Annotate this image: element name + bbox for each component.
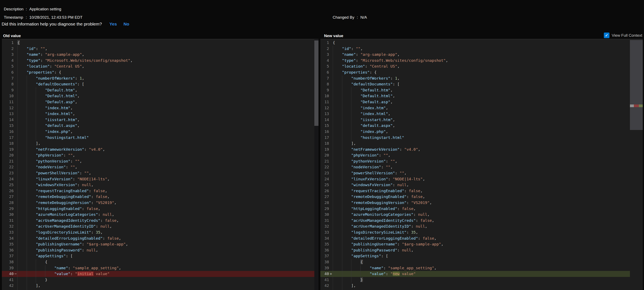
code-content[interactable]: } — [333, 277, 643, 283]
line-number: 35 — [320, 241, 329, 247]
old-editor-scrollbar[interactable] — [314, 39, 318, 290]
code-content[interactable]: "hostingstart.html" — [333, 135, 643, 141]
code-content[interactable]: "phpVersion": "", — [18, 152, 318, 158]
code-token: false — [422, 236, 434, 240]
code-content[interactable]: ], — [333, 140, 643, 147]
feedback-no-link[interactable]: No — [124, 22, 129, 27]
line-number: 18 — [320, 140, 329, 147]
code-content[interactable]: "hostingstart.html" — [18, 135, 318, 141]
code-content[interactable]: "default.aspx", — [18, 123, 318, 129]
code-content[interactable]: "defaultDocuments": [ — [333, 81, 643, 87]
code-content[interactable]: "powerShellVersion": "", — [333, 170, 643, 176]
code-content[interactable]: "id": "", — [333, 46, 643, 52]
code-content[interactable]: "metadata": [ — [18, 289, 318, 290]
code-content[interactable]: "Default.asp", — [18, 99, 318, 105]
code-content[interactable]: "publishingUsername": "$arg-sample-app", — [18, 241, 318, 247]
code-content[interactable]: "value": "initial value" — [18, 271, 318, 277]
code-content[interactable]: "publishingPassword": null, — [18, 247, 318, 253]
code-content[interactable]: "windowsFxVersion": null, — [333, 182, 643, 188]
code-content[interactable]: "id": "", — [18, 46, 318, 52]
code-content[interactable]: "requestTracingEnabled": false, — [333, 188, 643, 194]
code-content[interactable]: "Default.htm", — [18, 87, 318, 93]
code-content[interactable]: "phpVersion": "", — [333, 152, 643, 158]
code-content[interactable]: "type": "Microsoft.Web/sites/config/snap… — [18, 58, 318, 64]
code-content[interactable]: "metadata": [ — [333, 289, 643, 290]
code-content[interactable]: "properties": { — [333, 69, 643, 75]
code-content[interactable]: "azureMonitorLogCategories": null, — [333, 212, 643, 218]
code-content[interactable]: "acrUserManagedIdentityID": null, — [18, 223, 318, 229]
code-content[interactable]: "numberOfWorkers": 1, — [18, 75, 318, 81]
code-content[interactable]: { — [18, 40, 318, 46]
code-content[interactable]: "properties": { — [18, 69, 318, 75]
code-content[interactable]: "index.html", — [333, 111, 643, 117]
code-content[interactable]: "index.htm", — [18, 105, 318, 111]
code-content[interactable]: "Default.asp", — [333, 99, 643, 105]
code-content[interactable]: "Default.html", — [18, 93, 318, 99]
code-content[interactable]: "location": "Central US", — [18, 63, 318, 69]
code-content[interactable]: "appSettings": [ — [333, 253, 643, 259]
code-content[interactable]: "Default.htm", — [333, 87, 643, 93]
feedback-yes-link[interactable]: Yes — [109, 22, 117, 27]
code-line: 16"index.php", — [320, 129, 643, 135]
code-content[interactable]: "value": "new value" — [333, 271, 643, 277]
code-content[interactable]: { — [333, 259, 643, 265]
code-content[interactable]: "linuxFxVersion": "NODE|14-lts", — [333, 176, 643, 182]
code-content[interactable]: "netFrameworkVersion": "v4.0", — [333, 147, 643, 153]
code-content[interactable]: "acrUseManagedIdentityCreds": false, — [18, 218, 318, 224]
code-content[interactable]: "type": "Microsoft.Web/sites/config/snap… — [333, 58, 643, 64]
code-content[interactable]: ], — [333, 283, 643, 289]
code-content[interactable]: "index.php", — [333, 129, 643, 135]
code-content[interactable]: "nodeVersion": "", — [333, 164, 643, 170]
code-content[interactable]: ], — [18, 283, 318, 289]
view-full-context-checkbox[interactable]: ✓ — [604, 33, 610, 38]
code-content[interactable]: "remoteDebuggingVersion": "VS2019", — [333, 200, 643, 206]
code-content[interactable]: "remoteDebuggingEnabled": false, — [333, 194, 643, 200]
old-editor-scrollbar-thumb[interactable] — [314, 40, 318, 126]
new-editor-scrollbar[interactable] — [630, 39, 643, 290]
code-content[interactable]: { — [18, 259, 318, 265]
code-content[interactable]: ], — [18, 140, 318, 147]
code-content[interactable]: "Default.html", — [333, 93, 643, 99]
code-content[interactable]: "powerShellVersion": "", — [18, 170, 318, 176]
code-content[interactable]: "name": "arg-sample-app", — [18, 52, 318, 58]
code-content[interactable]: "logsDirectorySizeLimit": 35, — [333, 229, 643, 235]
code-content[interactable]: "index.php", — [18, 129, 318, 135]
code-content[interactable]: "requestTracingEnabled": false, — [18, 188, 318, 194]
code-content[interactable]: "httpLoggingEnabled": false, — [18, 206, 318, 212]
code-content[interactable]: } — [18, 277, 318, 283]
code-content[interactable]: "detailedErrorLoggingEnabled": false, — [18, 235, 318, 241]
code-content[interactable]: { — [333, 40, 643, 46]
code-content[interactable]: "httpLoggingEnabled": false, — [333, 206, 643, 212]
code-content[interactable]: "appSettings": [ — [18, 253, 318, 259]
code-content[interactable]: "pythonVersion": "", — [333, 158, 643, 164]
code-content[interactable]: "numberOfWorkers": 1, — [333, 75, 643, 81]
code-content[interactable]: "remoteDebuggingVersion": "VS2019", — [18, 200, 318, 206]
code-content[interactable]: "detailedErrorLoggingEnabled": false, — [333, 235, 643, 241]
code-content[interactable]: "location": "Central US", — [333, 63, 643, 69]
code-content[interactable]: "azureMonitorLogCategories": null, — [18, 212, 318, 218]
code-content[interactable]: "default.aspx", — [333, 123, 643, 129]
code-content[interactable]: "pythonVersion": "", — [18, 158, 318, 164]
code-content[interactable]: "netFrameworkVersion": "v4.0", — [18, 147, 318, 153]
code-content[interactable]: "logsDirectorySizeLimit": 35, — [18, 229, 318, 235]
code-content[interactable]: "publishingPassword": null, — [333, 247, 643, 253]
code-content[interactable]: "windowsFxVersion": null, — [18, 182, 318, 188]
code-content[interactable]: "linuxFxVersion": "NODE|14-lts", — [18, 176, 318, 182]
code-content[interactable]: "name": "arg-sample-app", — [333, 52, 643, 58]
code-content[interactable]: "publishingUsername": "$arg-sample-app", — [333, 241, 643, 247]
code-content[interactable]: "index.htm", — [333, 105, 643, 111]
code-content[interactable]: "name": "sample_app_setting", — [18, 265, 318, 271]
code-content[interactable]: "iisstart.htm", — [333, 117, 643, 123]
code-content[interactable]: "iisstart.htm", — [18, 117, 318, 123]
code-token: "Microsoft.Web/sites/config/snapshot" — [360, 58, 446, 63]
code-content[interactable]: "nodeVersion": "", — [18, 164, 318, 170]
code-content[interactable]: "index.html", — [18, 111, 318, 117]
code-content[interactable]: "acrUserManagedIdentityID": null, — [333, 223, 643, 229]
new-editor-scrollbar-thumb[interactable] — [630, 40, 643, 130]
code-content[interactable]: "acrUseManagedIdentityCreds": false, — [333, 218, 643, 224]
code-content[interactable]: "name": "sample_app_setting", — [333, 265, 643, 271]
code-token: "$arg-sample-app" — [86, 242, 126, 246]
indent-guide — [342, 170, 342, 176]
code-content[interactable]: "defaultDocuments": [ — [18, 81, 318, 87]
code-content[interactable]: "remoteDebuggingEnabled": false, — [18, 194, 318, 200]
